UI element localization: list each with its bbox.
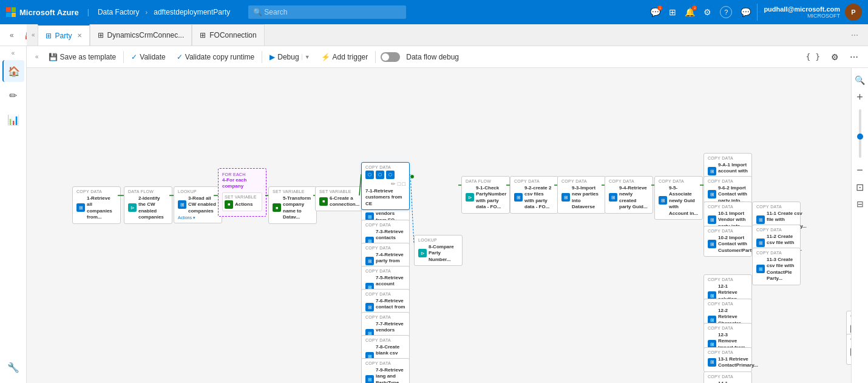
tab-fo-label: FOConnection [209, 31, 256, 39]
right-toolbar: 🔍 + − ⊡ ⊟ [851, 68, 868, 383]
node-csv-contactple[interactable]: Copy Data ⊞ 11-3 Create csv file with Co… [752, 248, 801, 285]
add-trigger-icon: ⚡ [321, 53, 330, 61]
portal-icon[interactable]: ⊞ [669, 7, 676, 17]
chat-icon[interactable]: 💬 [741, 7, 751, 17]
user-company: MICROSOFT [764, 13, 840, 19]
search-icon: 🔍 [253, 8, 262, 16]
add-trigger-btn[interactable]: ⚡ Add trigger [316, 50, 373, 64]
validate-copy-icon: ✓ [177, 53, 183, 61]
tab-bar: « ⊞ Party ✕ ⊞ DynamicsCrmConnec... ⊞ FOC… [27, 24, 868, 46]
breadcrumb-arrow: › [146, 8, 148, 16]
node-retrieve-guid[interactable]: Copy Data ⊞ 9-4-Retrieve newly created p… [605, 176, 653, 214]
validate-copy-label: Validate copy runtime [185, 53, 255, 61]
tab-dynamics-label: DynamicsCrmConnec... [107, 31, 185, 39]
zoom-thumb[interactable] [857, 134, 863, 140]
svg-line-6 [410, 174, 414, 244]
action-collapse-btn[interactable]: « [32, 52, 42, 61]
minimap-btn[interactable]: ⊟ [853, 197, 867, 211]
save-template-btn[interactable]: 💾 Save as template [44, 50, 121, 64]
node-check-party[interactable]: Data Flow ⊳ 9-1-Check PartyNumber with p… [461, 176, 510, 214]
conn-dot-right [410, 174, 415, 179]
node-identify[interactable]: Data Flow ⊳ 2-Identify the CW enabled co… [124, 186, 172, 224]
tab-more-btn[interactable]: ⋯ [846, 29, 863, 42]
action-toolbar: « 💾 Save as template ✓ Validate ✓ Valida… [27, 46, 868, 68]
notifications-icon[interactable]: 🔔3 [685, 7, 695, 17]
pipeline-canvas[interactable]: Copy Data ⊞ 1-Retrieve all companies fro… [27, 68, 868, 383]
toolbar-collapse-btn[interactable]: « [6, 30, 18, 41]
instance-name: adftestdeploymentParty [154, 8, 230, 16]
df-breadcrumb[interactable]: Data Factory [98, 8, 140, 16]
validate-btn[interactable]: ✓ Validate [126, 50, 170, 64]
zoom-out-btn[interactable]: − [853, 163, 867, 177]
zoom-track[interactable] [859, 109, 861, 158]
debug-icon: ▶ [270, 53, 275, 61]
node-create-csv-2[interactable]: Copy Data ⊞ 9-2-create 2 csv files with … [510, 176, 558, 214]
settings-icon[interactable]: ⚙ [704, 7, 711, 17]
search-zoom-btn[interactable]: 🔍 [853, 73, 867, 87]
top-bar: Microsoft Azure | Data Factory › adftest… [0, 0, 868, 24]
tab-right-actions: ⋯ [846, 29, 868, 42]
sidebar-expand-icon[interactable]: « [10, 49, 16, 58]
tab-party-close[interactable]: ✕ [77, 32, 82, 39]
help-icon[interactable]: ? [720, 6, 732, 18]
avatar[interactable]: P [845, 4, 862, 21]
tab-dynamics-icon: ⊞ [98, 31, 104, 39]
node-associate-guid[interactable]: Copy Data ⊞ 9-5-Associate newly Guid wit… [654, 176, 703, 220]
top-icons: 💬1 ⊞ 🔔3 ⚙ ? 💬 [650, 6, 751, 18]
node-compare[interactable]: Lookup ⊳ 8-Compare Party Number... [414, 235, 463, 266]
feedback-icon[interactable]: 💬1 [650, 7, 660, 17]
search-input[interactable] [248, 5, 406, 19]
node-import-parties[interactable]: Copy Data ⊞ 9-3-Import new parties into … [557, 176, 606, 214]
tab-party[interactable]: ⊞ Party ✕ [38, 24, 90, 46]
node-retrieve-customers[interactable]: Copy Data ⬡ ⬡ ⬡ ✏ □ □ 7-1-Retrieve custo… [361, 162, 410, 210]
tab-fo-icon: ⊞ [200, 31, 206, 39]
azure-label: Microsoft Azure [19, 8, 79, 17]
node-import-contact-2[interactable]: Copy Data ⊞ 10-2 Import Contact with Cus… [704, 226, 752, 257]
action-more-btn[interactable]: ⋯ [845, 50, 863, 64]
node-retrieve-contact-person[interactable]: Copy Data ⊞ 14-1 Retrieve Contact Person… [704, 371, 752, 383]
validate-copy-btn[interactable]: ✓ Validate copy runtime [172, 50, 260, 64]
left-sidebar: « 🏠 ✏ 📊 🔧 [0, 46, 27, 383]
tab-collapse-btn[interactable]: « [29, 29, 38, 41]
debug-dropdown-icon[interactable]: ▼ [302, 54, 310, 60]
add-trigger-label: Add trigger [333, 53, 368, 61]
node-foreach[interactable]: For Each 4-For each company Set Variable… [218, 168, 266, 217]
sidebar-item-manage[interactable]: 🔧 [2, 356, 24, 378]
filter-settings-btn[interactable]: ⚙ [826, 50, 844, 64]
node-lookup[interactable]: Lookup ⊞ 3-Read all CW enabled companies… [174, 186, 222, 223]
debug-label: Debug [277, 53, 299, 61]
dataflow-debug-label: Data flow debug [406, 53, 459, 61]
json-btn[interactable]: { } [801, 50, 825, 64]
sidebar-item-pencil[interactable]: ✏ [2, 84, 24, 106]
user-name: pudhall@microsoft.com [764, 5, 840, 13]
sidebar-item-monitor[interactable]: 📊 [2, 109, 24, 130]
tab-party-label: Party [55, 32, 72, 40]
tab-dynamics[interactable]: ⊞ DynamicsCrmConnec... [90, 24, 192, 46]
validate-icon: ✓ [131, 53, 137, 61]
zoom-in-btn[interactable]: + [853, 90, 867, 104]
tab-party-icon: ⊞ [46, 32, 52, 40]
fit-screen-btn[interactable]: ⊡ [853, 180, 867, 194]
node-retrieve-all[interactable]: Copy Data ⊞ 1-Retrieve all companies fro… [72, 186, 121, 224]
user-section: pudhall@microsoft.com MICROSOFT P [757, 4, 862, 21]
ms-logo [6, 7, 16, 17]
tab-fo[interactable]: ⊞ FOConnection [192, 24, 264, 46]
save-template-icon: 💾 [49, 53, 58, 61]
validate-label: Validate [140, 53, 165, 61]
sidebar-item-home[interactable]: 🏠 [2, 60, 24, 82]
toggle-dataflow-debug[interactable] [381, 52, 400, 62]
node-retrieve-lang[interactable]: Copy Data ⊞ 7-9-Retrieve lang and PartyT… [361, 358, 410, 383]
node-retrieve-contact-primary[interactable]: Copy Data ⊞ 13-1 Retrieve ContactPrimary… [704, 347, 752, 372]
save-template-label: Save as template [60, 53, 117, 61]
node-transform[interactable]: Set Variable ■ 5-Transform company name … [268, 186, 317, 224]
node-create-conn[interactable]: Set Variable ■ 6-Create a connection... [315, 186, 364, 211]
debug-btn[interactable]: ▶ Debug ▼ [265, 50, 314, 64]
